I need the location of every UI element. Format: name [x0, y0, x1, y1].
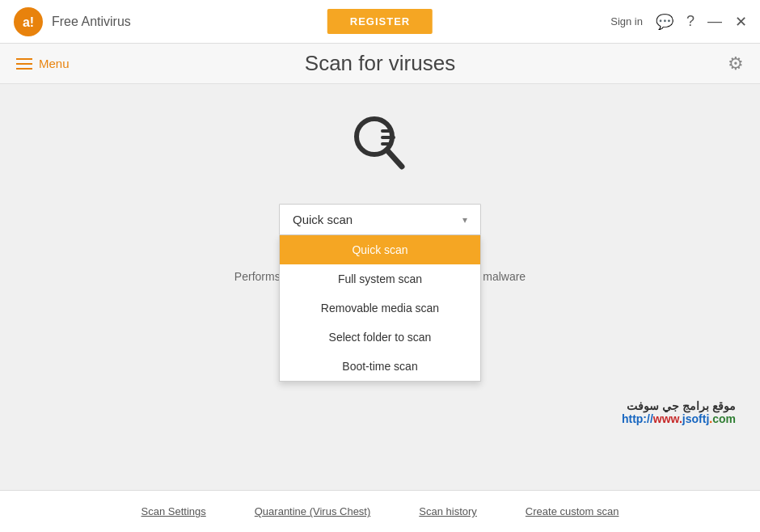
- page-title: Scan for viruses: [305, 51, 455, 76]
- title-bar: a! Free Antivirus REGISTER Sign in 💬 ? —…: [0, 0, 760, 44]
- option-select-folder-scan[interactable]: Select folder to scan: [280, 323, 480, 352]
- footer: Scan Settings Quarantine (Virus Chest) S…: [0, 490, 760, 532]
- dropdown-display[interactable]: Quick scan ▾: [279, 204, 481, 235]
- watermark: موقع برامج جي سوفت http://www.jsoftj.com: [622, 399, 736, 425]
- footer-quarantine[interactable]: Quarantine (Virus Chest): [255, 505, 371, 517]
- help-icon[interactable]: ?: [686, 13, 695, 30]
- selected-option-label: Quick scan: [293, 213, 353, 226]
- dropdown-options-list: Quick scan Full system scan Removable me…: [279, 235, 481, 382]
- settings-gear-icon[interactable]: ⚙: [728, 53, 744, 74]
- footer-create-custom-scan[interactable]: Create custom scan: [526, 505, 619, 517]
- svg-line-6: [387, 150, 402, 167]
- menu-button[interactable]: Menu: [16, 57, 70, 70]
- chat-icon[interactable]: 💬: [656, 13, 673, 31]
- svg-text:a!: a!: [23, 15, 34, 29]
- title-bar-right: Sign in 💬 ? — ✕: [610, 13, 747, 31]
- scan-magnifier-icon: [344, 108, 416, 181]
- sign-in-link[interactable]: Sign in: [610, 15, 643, 27]
- menu-bar: Menu Scan for viruses ⚙: [0, 44, 760, 84]
- menu-label: Menu: [39, 57, 70, 70]
- minimize-icon[interactable]: —: [707, 13, 722, 30]
- dropdown-arrow-icon: ▾: [462, 214, 467, 226]
- logo-area: a! Free Antivirus: [13, 6, 131, 37]
- option-boot-time-scan[interactable]: Boot-time scan: [280, 352, 480, 381]
- watermark-text-arabic: موقع برامج جي سوفت: [622, 399, 736, 412]
- scan-icon-area: [344, 108, 416, 184]
- app-title: Free Antivirus: [52, 15, 131, 29]
- close-icon[interactable]: ✕: [735, 13, 747, 31]
- footer-scan-history[interactable]: Scan history: [419, 505, 477, 517]
- footer-scan-settings[interactable]: Scan Settings: [141, 505, 206, 517]
- main-content: Quick scan ▾ Quick scan Full system scan…: [0, 84, 760, 490]
- option-quick-scan[interactable]: Quick scan: [280, 235, 480, 264]
- scan-type-dropdown[interactable]: Quick scan ▾ Quick scan Full system scan…: [279, 204, 481, 235]
- avast-logo: a!: [13, 6, 44, 37]
- hamburger-icon: [16, 58, 32, 70]
- option-full-system-scan[interactable]: Full system scan: [280, 264, 480, 293]
- register-button[interactable]: REGISTER: [327, 9, 433, 34]
- option-removable-media-scan[interactable]: Removable media scan: [280, 293, 480, 323]
- watermark-url: http://www.jsoftj.com: [622, 412, 736, 425]
